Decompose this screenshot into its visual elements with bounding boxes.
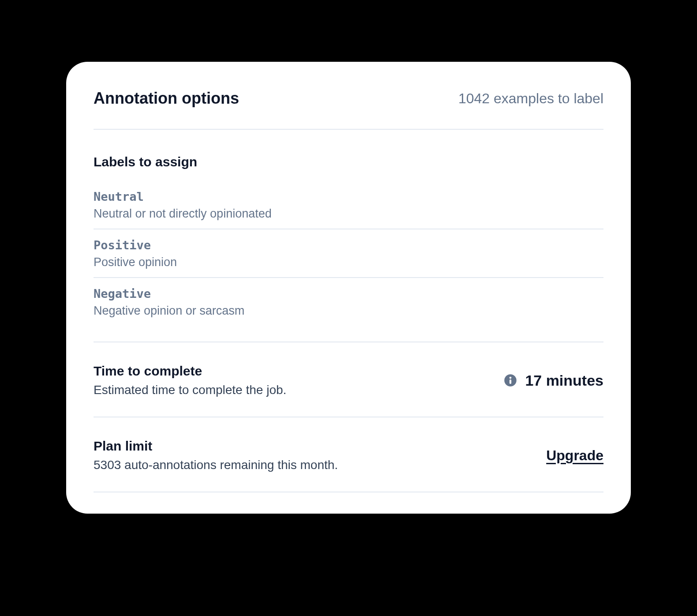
plan-subtitle: 5303 auto-annotations remaining this mon… [94,458,338,472]
plan-title: Plan limit [94,439,338,454]
card-title: Annotation options [94,89,239,108]
time-info-right: 17 minutes [504,372,603,389]
label-item-positive: Positive Positive opinion [94,229,603,278]
time-info-left: Time to complete Estimated time to compl… [94,364,286,397]
label-description: Positive opinion [94,255,603,269]
label-description: Negative opinion or sarcasm [94,304,603,318]
time-title: Time to complete [94,364,286,379]
svg-point-1 [510,377,512,379]
label-item-negative: Negative Negative opinion or sarcasm [94,278,603,326]
labels-list: Neutral Neutral or not directly opiniona… [94,181,603,342]
plan-limit-row: Plan limit 5303 auto-annotations remaini… [94,417,603,492]
svg-rect-2 [510,379,511,384]
plan-info-right: Upgrade [546,447,603,464]
label-name: Positive [94,238,603,252]
label-item-neutral: Neutral Neutral or not directly opiniona… [94,181,603,229]
example-count: 1042 examples to label [458,90,603,107]
annotation-options-card: Annotation options 1042 examples to labe… [66,62,631,514]
plan-info-left: Plan limit 5303 auto-annotations remaini… [94,439,338,472]
time-to-complete-row: Time to complete Estimated time to compl… [94,342,603,417]
labels-heading: Labels to assign [94,154,603,169]
label-description: Neutral or not directly opinionated [94,207,603,221]
label-name: Negative [94,287,603,300]
card-header: Annotation options 1042 examples to labe… [94,89,603,130]
time-subtitle: Estimated time to complete the job. [94,383,286,397]
label-name: Neutral [94,190,603,203]
upgrade-link[interactable]: Upgrade [546,447,603,464]
time-value: 17 minutes [525,372,603,389]
info-icon[interactable] [504,374,517,387]
